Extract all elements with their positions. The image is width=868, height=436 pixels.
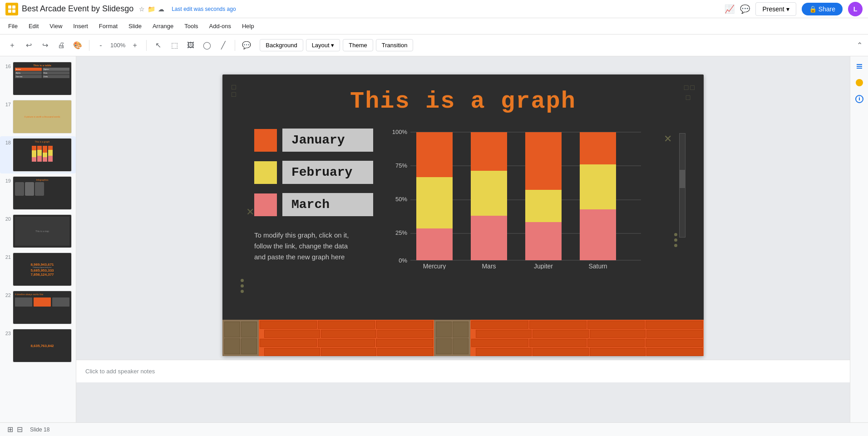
s22-title: A timeline always works fine <box>15 293 69 296</box>
list-view-icon[interactable]: ⊟ <box>17 425 23 434</box>
line-btn[interactable]: ╱ <box>217 39 230 52</box>
slide-preview-16: This is a table ActionOption AlphaBeta G… <box>13 62 72 95</box>
new-slide-btn[interactable]: + <box>5 39 19 52</box>
redo-btn[interactable]: ↪ <box>38 39 52 52</box>
slide-panel: 16 This is a table ActionOption AlphaBet… <box>0 56 76 422</box>
layout-label: Layout <box>312 42 330 49</box>
chart-desc-text: To modify this graph, click on it,follow… <box>254 230 373 263</box>
folder-icon[interactable]: 📁 <box>148 5 155 13</box>
slide-preview-21: 8,989,943,671 Following progress during … <box>13 253 72 286</box>
present-button[interactable]: Present ▾ <box>755 2 796 16</box>
app-logo <box>5 3 18 15</box>
slide-thumb-18[interactable]: 18 This is a graph <box>0 136 76 173</box>
mercury-bar-jan <box>416 132 453 177</box>
y-label-0: 0% <box>399 257 407 264</box>
menu-slide[interactable]: Slide <box>124 21 146 31</box>
background-button[interactable]: Background <box>260 39 303 51</box>
canvas-area: □□ □□ □ This is a graph ✕ <box>76 56 850 422</box>
s16-title: This is a table <box>15 64 69 67</box>
jupiter-bar-jan <box>525 132 562 190</box>
menu-insert[interactable]: Insert <box>69 21 93 31</box>
slide-canvas[interactable]: □□ □□ □ This is a graph ✕ <box>222 74 704 356</box>
share-label: Share <box>819 5 835 13</box>
slide-thumb-20[interactable]: 20 This is a map <box>0 213 76 250</box>
toolbar-right: Background Layout ▾ Theme Transition <box>260 39 413 51</box>
comment-btn[interactable]: 💬 <box>240 39 253 52</box>
background-label: Background <box>266 42 297 49</box>
mercury-bar-feb <box>416 177 453 228</box>
legend-label-february: February <box>282 161 373 184</box>
image-btn[interactable]: 🖼 <box>184 39 197 52</box>
menu-view[interactable]: View <box>45 21 67 31</box>
menu-help[interactable]: Help <box>237 21 259 31</box>
sep1 <box>89 40 89 51</box>
select-btn[interactable]: ⬚ <box>168 39 181 52</box>
svg-rect-1 <box>12 5 15 9</box>
menu-addons[interactable]: Add-ons <box>205 21 236 31</box>
zoom-in-btn[interactable]: + <box>128 39 142 52</box>
s21-num2: 5,685,953,333 <box>30 268 54 272</box>
right-icon-1[interactable] <box>853 60 866 73</box>
s17-text: A picture is worth a thousand words <box>25 115 60 118</box>
mercury-bar-mar <box>416 228 453 260</box>
transition-label: Transition <box>382 42 408 49</box>
slide-preview-23: 8,635,763,842 <box>13 329 72 362</box>
menu-tools[interactable]: Tools <box>180 21 202 31</box>
share-button[interactable]: 🔒 Share <box>802 3 843 15</box>
user-avatar[interactable]: L <box>848 2 863 16</box>
right-panel <box>850 56 868 422</box>
slide-view-controls: ⊞ ⊟ <box>7 425 23 434</box>
right-icon-3[interactable] <box>853 93 866 105</box>
slide-thumb-17[interactable]: 17 A picture is worth a thousand words <box>0 98 76 135</box>
slide-thumb-23[interactable]: 23 8,635,763,842 <box>0 327 76 364</box>
layout-button[interactable]: Layout ▾ <box>306 39 340 51</box>
trending-icon[interactable]: 📈 <box>725 4 735 14</box>
zoom-out-btn[interactable]: - <box>94 39 108 52</box>
slide-thumb-16[interactable]: 16 This is a table ActionOption AlphaBet… <box>0 60 76 97</box>
slide-bottom-decoration <box>222 320 704 356</box>
legend-item-january: January <box>241 129 373 152</box>
main-content: 16 This is a table ActionOption AlphaBet… <box>0 56 868 422</box>
slide-thumb-19[interactable]: 19 Infographics <box>0 174 76 212</box>
menu-format[interactable]: Format <box>94 21 122 31</box>
s18-bar-3 <box>43 146 47 162</box>
slide-thumb-21[interactable]: 21 8,989,943,671 Following progress duri… <box>0 251 76 288</box>
comment-icon[interactable]: 💬 <box>740 4 750 14</box>
s20-map: This is a map <box>15 217 69 246</box>
transition-button[interactable]: Transition <box>376 39 414 51</box>
toolbar-collapse-btn[interactable]: ⌃ <box>857 41 863 50</box>
mars-bar-jan <box>471 132 507 171</box>
slide-thumb-22[interactable]: 22 A timeline always works fine <box>0 289 76 326</box>
shape-btn[interactable]: ◯ <box>200 39 214 52</box>
grid-view-icon[interactable]: ⊞ <box>7 425 13 434</box>
toolbar: + ↩ ↪ 🖨 🎨 - 100% + ↖ ⬚ 🖼 ◯ ╱ 💬 Backgroun… <box>0 35 868 56</box>
scroll-thumb <box>680 170 685 188</box>
cursor-btn[interactable]: ↖ <box>151 39 165 52</box>
present-label: Present <box>762 5 784 13</box>
slide-preview-19: Infographics <box>13 176 72 210</box>
slide-preview-18: This is a graph <box>13 138 72 172</box>
cloud-icon[interactable]: ☁ <box>158 5 164 13</box>
slide-preview-17: A picture is worth a thousand words <box>13 100 72 134</box>
right-icon-2[interactable] <box>853 76 866 89</box>
undo-btn[interactable]: ↩ <box>22 39 35 52</box>
print-btn[interactable]: 🖨 <box>54 39 68 52</box>
paint-format-btn[interactable]: 🎨 <box>71 39 84 52</box>
menu-edit[interactable]: Edit <box>24 21 43 31</box>
legend-label-january: January <box>282 129 373 152</box>
legend-item-march: March <box>241 193 373 216</box>
doc-title: Best Arcade Event by Slidesgo <box>22 4 133 14</box>
theme-label: Theme <box>349 42 367 49</box>
mars-bar-feb <box>471 171 507 216</box>
notes-area[interactable]: Click to add speaker notes <box>76 360 850 382</box>
stone-block-left <box>222 320 259 356</box>
mars-bar-mar <box>471 216 507 260</box>
menu-arrange[interactable]: Arrange <box>148 21 178 31</box>
theme-button[interactable]: Theme <box>343 39 373 51</box>
star-icon[interactable]: ☆ <box>139 5 145 13</box>
menu-file[interactable]: File <box>4 21 22 31</box>
slide-num-22: 22 <box>4 292 11 298</box>
slide-title: This is a graph <box>222 74 704 119</box>
brick-section-1 <box>259 320 434 356</box>
chart-description: To modify this graph, click on it,follow… <box>254 230 373 263</box>
